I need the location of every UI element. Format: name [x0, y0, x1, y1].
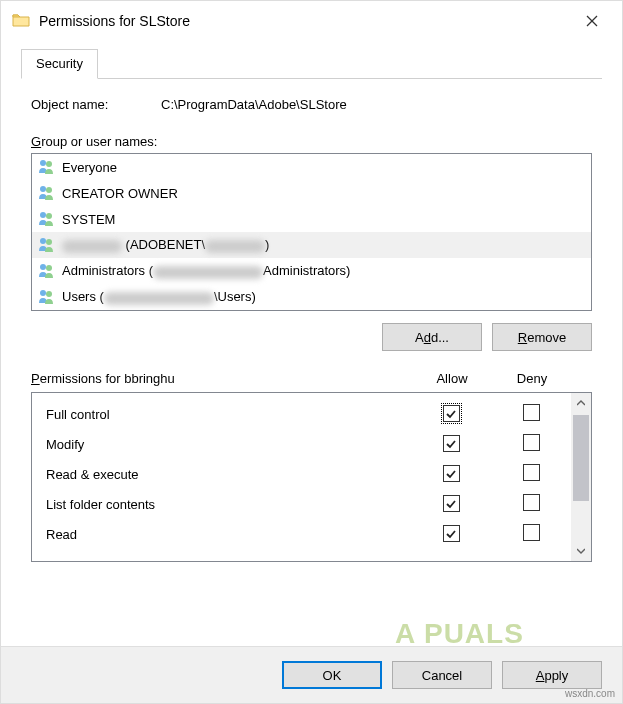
- svg-point-4: [40, 186, 46, 192]
- group-user-list[interactable]: EveryoneCREATOR OWNERSYSTEM (ADOBENET\)A…: [31, 153, 592, 311]
- users-icon: [38, 210, 56, 229]
- deny-header: Deny: [492, 371, 572, 386]
- svg-point-3: [46, 161, 52, 167]
- scroll-down-icon[interactable]: [571, 541, 591, 561]
- permission-row: List folder contents: [32, 489, 571, 519]
- users-icon: [38, 288, 56, 307]
- svg-point-2: [40, 160, 46, 166]
- list-item[interactable]: Everyone: [32, 154, 591, 180]
- svg-point-13: [46, 291, 52, 297]
- permission-name: Read & execute: [46, 467, 411, 482]
- tab-security[interactable]: Security: [21, 49, 98, 79]
- svg-point-11: [46, 265, 52, 271]
- close-button[interactable]: [568, 5, 616, 37]
- scroll-track[interactable]: [571, 413, 591, 541]
- permissions-list: Full controlModifyRead & executeList fol…: [31, 392, 592, 562]
- object-name-label: Object name:: [31, 97, 161, 112]
- list-item[interactable]: Users (\Users): [32, 284, 591, 310]
- list-item[interactable]: CREATOR OWNER: [32, 180, 591, 206]
- checkbox[interactable]: [523, 494, 540, 511]
- scroll-up-icon[interactable]: [571, 393, 591, 413]
- checkbox[interactable]: [443, 435, 460, 452]
- svg-point-8: [40, 238, 46, 244]
- list-item[interactable]: Administrators (Administrators): [32, 258, 591, 284]
- users-icon: [38, 184, 56, 203]
- users-icon: [38, 262, 56, 281]
- permission-name: Full control: [46, 407, 411, 422]
- svg-point-9: [46, 239, 52, 245]
- object-name-row: Object name: C:\ProgramData\Adobe\SLStor…: [31, 97, 592, 112]
- permission-name: Modify: [46, 437, 411, 452]
- svg-point-7: [46, 213, 52, 219]
- title-bar: Permissions for SLStore: [1, 1, 622, 41]
- folder-icon: [11, 10, 31, 33]
- users-icon: [38, 158, 56, 177]
- scrollbar[interactable]: [571, 393, 591, 561]
- dialog-body: Security Object name: C:\ProgramData\Ado…: [1, 41, 622, 646]
- remove-button[interactable]: Remove: [492, 323, 592, 351]
- list-item[interactable]: (ADOBENET\): [32, 232, 591, 258]
- checkbox[interactable]: [443, 525, 460, 542]
- apply-button[interactable]: Apply: [502, 661, 602, 689]
- group-buttons: Add... Remove: [31, 323, 592, 351]
- list-item[interactable]: SYSTEM: [32, 206, 591, 232]
- checkbox[interactable]: [523, 434, 540, 451]
- window-title: Permissions for SLStore: [39, 13, 568, 29]
- checkbox[interactable]: [443, 495, 460, 512]
- permission-name: List folder contents: [46, 497, 411, 512]
- tab-bar: Security: [21, 49, 602, 79]
- checkbox[interactable]: [523, 524, 540, 541]
- permission-name: Read: [46, 527, 411, 542]
- object-name-value: C:\ProgramData\Adobe\SLStore: [161, 97, 347, 112]
- cancel-button[interactable]: Cancel: [392, 661, 492, 689]
- svg-point-5: [46, 187, 52, 193]
- allow-header: Allow: [412, 371, 492, 386]
- permissions-dialog: Permissions for SLStore Security Object …: [0, 0, 623, 704]
- checkbox[interactable]: [443, 465, 460, 482]
- add-button[interactable]: Add...: [382, 323, 482, 351]
- svg-point-10: [40, 264, 46, 270]
- bottom-button-bar: OK Cancel Apply: [1, 646, 622, 703]
- checkbox[interactable]: [443, 405, 460, 422]
- users-icon: [38, 236, 56, 255]
- group-user-label: Group or user names:: [31, 134, 592, 149]
- permission-row: Full control: [32, 399, 571, 429]
- permission-row: Modify: [32, 429, 571, 459]
- scroll-thumb[interactable]: [573, 415, 589, 501]
- checkbox[interactable]: [523, 404, 540, 421]
- svg-point-6: [40, 212, 46, 218]
- ok-button[interactable]: OK: [282, 661, 382, 689]
- checkbox[interactable]: [523, 464, 540, 481]
- permissions-header: Permissions for bbringhu Allow Deny: [31, 371, 592, 386]
- permission-row: Read: [32, 519, 571, 549]
- svg-point-12: [40, 290, 46, 296]
- permission-row: Read & execute: [32, 459, 571, 489]
